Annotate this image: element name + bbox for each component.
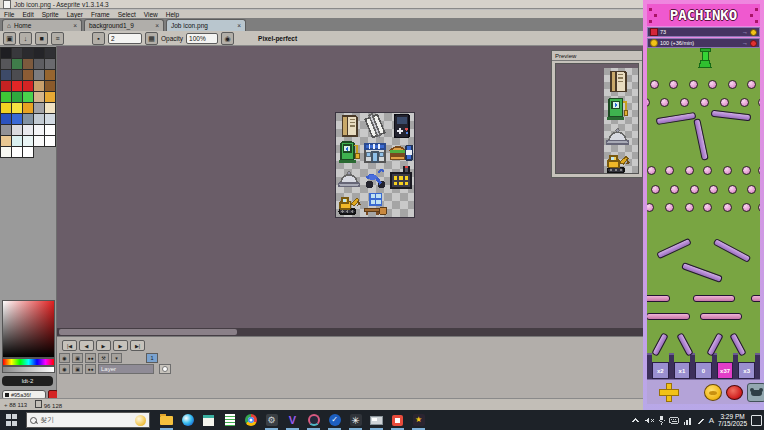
palette-swatch[interactable] (12, 136, 22, 146)
playback-button-4[interactable]: ▶| (130, 340, 145, 351)
palette-swatch[interactable] (12, 81, 22, 91)
lock-button[interactable]: ▣ (3, 32, 16, 45)
palette-swatch[interactable] (1, 147, 11, 157)
coin-button[interactable] (704, 384, 722, 401)
palette-swatch[interactable] (23, 81, 33, 91)
palette-swatch[interactable] (12, 114, 22, 124)
palette-swatch[interactable] (23, 114, 33, 124)
palette-swatch[interactable] (34, 136, 44, 146)
layer-eye-icon[interactable]: ◉ (59, 364, 70, 374)
lock-icon[interactable]: ▣ (72, 353, 83, 363)
palette-swatch[interactable] (1, 59, 11, 69)
hue-slider[interactable] (2, 358, 55, 366)
palette-swatch[interactable] (45, 103, 55, 113)
fill-button[interactable]: ■ (35, 32, 48, 45)
tab-background1-9[interactable]: background1_9× (84, 19, 164, 31)
menu-file[interactable]: File (0, 11, 18, 18)
download-button[interactable]: ↓ (19, 32, 32, 45)
palette-swatch[interactable] (34, 59, 44, 69)
palette-swatch[interactable] (34, 125, 44, 135)
playback-button-0[interactable]: |◀ (62, 340, 77, 351)
taskbar-asterisk-app-icon[interactable]: ✳ (345, 410, 366, 430)
palette-swatch[interactable] (1, 103, 11, 113)
red-dot-icon[interactable] (750, 40, 757, 47)
playback-button-1[interactable]: ◀ (79, 340, 94, 351)
close-icon[interactable]: × (155, 22, 159, 29)
layer-name[interactable]: Layer (98, 364, 154, 374)
menu-button[interactable]: ≡ (51, 32, 64, 45)
brush-type-button[interactable]: ▦ (145, 32, 158, 45)
close-icon[interactable]: × (237, 22, 241, 29)
palette-preset-button[interactable]: ldt-2 (2, 376, 53, 386)
search-weather-icon[interactable] (135, 415, 146, 426)
menu-edit[interactable]: Edit (18, 11, 37, 18)
taskbar-red-card-app-icon[interactable] (387, 410, 408, 430)
taskbar-clock[interactable]: 3:29 PM 7/15/2025 (718, 413, 747, 428)
taskbar-chrome-icon[interactable] (240, 410, 261, 430)
palette-swatch[interactable] (23, 103, 33, 113)
menu-help[interactable]: Help (162, 11, 183, 18)
canvas[interactable]: Preview (57, 46, 643, 336)
palette-swatch[interactable] (1, 81, 11, 91)
palette-swatch[interactable] (34, 81, 44, 91)
palette-swatch[interactable] (45, 59, 55, 69)
palette-swatch[interactable] (45, 114, 55, 124)
menu-select[interactable]: Select (114, 11, 140, 18)
pachinko-field[interactable]: x2x10x37x3 (647, 48, 760, 379)
playback-button-3[interactable]: ▶ (113, 340, 128, 351)
taskbar-aseprite-app-icon[interactable] (303, 410, 324, 430)
palette-swatch[interactable] (23, 125, 33, 135)
eye-icon[interactable]: ◉ (59, 353, 70, 363)
chevron-up-icon[interactable] (631, 416, 640, 425)
sprite-pixel-grid[interactable] (336, 113, 414, 217)
palette-swatch[interactable] (1, 92, 11, 102)
symmetry-button[interactable]: ◉ (221, 32, 234, 45)
palette-swatch[interactable] (34, 48, 44, 58)
color-picker-box[interactable] (2, 300, 55, 358)
frame-cel[interactable] (159, 364, 171, 374)
palette-swatch[interactable] (23, 59, 33, 69)
palette-swatch[interactable] (12, 70, 22, 80)
plus-button[interactable] (659, 383, 679, 402)
palette-swatch[interactable] (34, 92, 44, 102)
palette-swatch[interactable] (45, 81, 55, 91)
start-button[interactable] (6, 414, 18, 426)
palette-swatch[interactable] (45, 125, 55, 135)
taskbar-file-explorer-icon[interactable] (156, 410, 177, 430)
menu-layer[interactable]: Layer (63, 11, 87, 18)
palette-swatch[interactable] (12, 147, 22, 157)
frame-header[interactable]: 1 (146, 353, 158, 363)
speaker-mute-icon[interactable] (644, 416, 654, 425)
notification-center-icon[interactable] (751, 415, 762, 426)
palette-swatch[interactable] (1, 48, 11, 58)
palette-swatch[interactable] (23, 136, 33, 146)
palette-swatch[interactable] (34, 114, 44, 124)
palette-swatch[interactable] (1, 70, 11, 80)
pixel-perfect-toggle[interactable]: Pixel-perfect (258, 35, 297, 42)
onion-skin-icon[interactable]: ⚒ (98, 353, 109, 363)
scrollbar-thumb[interactable] (59, 329, 237, 335)
tab-job-icon-png[interactable]: Job icon.png× (166, 19, 246, 31)
horizontal-scrollbar[interactable] (57, 328, 643, 336)
options-icon[interactable]: ▾ (111, 353, 122, 363)
taskbar-check-app-icon[interactable]: ✓ (324, 410, 345, 430)
palette-swatch[interactable] (1, 136, 11, 146)
layer-lock-icon[interactable]: ▣ (72, 364, 83, 374)
alpha-slider[interactable] (2, 366, 55, 373)
menu-view[interactable]: View (140, 11, 162, 18)
ime-indicator[interactable]: A (709, 416, 714, 425)
palette-swatch[interactable] (12, 125, 22, 135)
palette-swatch[interactable] (45, 48, 55, 58)
palette-swatch[interactable] (23, 70, 33, 80)
brush-size-input[interactable]: 2 (108, 33, 142, 44)
keyboard-icon[interactable] (669, 416, 679, 424)
taskbar-document-app-icon[interactable] (219, 410, 240, 430)
palette-swatch[interactable] (12, 48, 22, 58)
continuous-icon[interactable]: ●● (85, 353, 96, 363)
pen-icon[interactable] (696, 416, 705, 425)
palette-swatch[interactable] (34, 70, 44, 80)
palette-swatch[interactable] (23, 92, 33, 102)
palette-swatch[interactable] (12, 59, 22, 69)
taskbar-edge-browser-icon[interactable] (177, 410, 198, 430)
playback-button-2[interactable]: ▶ (96, 340, 111, 351)
